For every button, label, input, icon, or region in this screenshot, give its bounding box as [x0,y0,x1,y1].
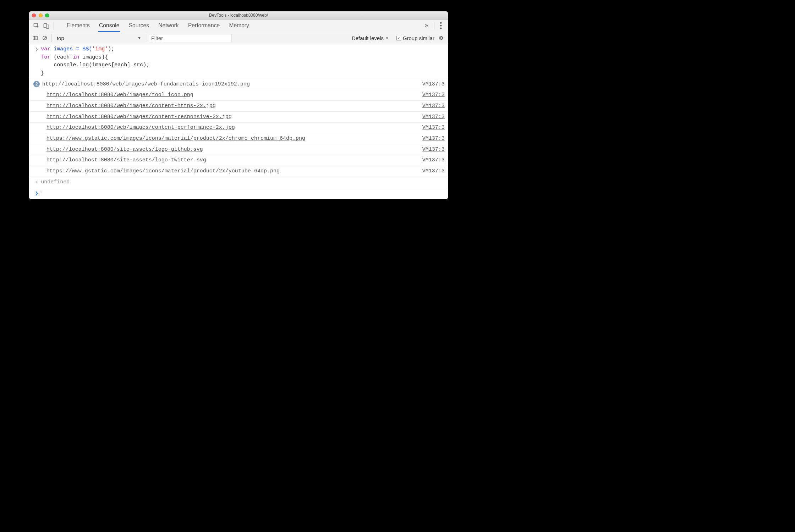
console-input[interactable] [41,190,445,198]
tab-memory[interactable]: Memory [228,20,250,32]
code-block: var images = $$('img'); for (each in ima… [41,45,445,77]
log-gutter [32,102,41,102]
separator [51,34,51,42]
svg-point-4 [440,25,442,27]
separator [146,34,146,42]
tab-sources[interactable]: Sources [128,20,150,32]
log-gutter [32,156,41,157]
log-gutter [32,124,41,124]
zoom-button[interactable] [45,13,49,17]
tabs: Elements Console Sources Network Perform… [66,20,250,32]
settings-gear-icon[interactable] [437,35,445,40]
input-prompt-icon: ❯ [32,45,41,54]
tab-console[interactable]: Console [98,20,120,32]
separator [54,22,54,30]
console-log-row: http://localhost:8080/web/images/tool_ic… [29,90,448,101]
console-log-row: http://localhost:8080/web/images/content… [29,101,448,112]
context-select-value: top [57,35,64,41]
source-link[interactable]: VM137:3 [422,124,445,132]
log-levels-select[interactable]: Default levels ▼ [352,35,389,41]
console-log-row: http://localhost:8080/site-assets/logo-t… [29,155,448,166]
source-link[interactable]: VM137:3 [422,113,445,121]
window-controls [32,13,49,17]
tabs-overflow-button[interactable]: » [424,20,429,32]
devtools-window: DevTools - localhost:8080/web/ Elements … [29,11,448,199]
checkbox-icon: ✓ [396,36,401,40]
log-url-link[interactable]: http://localhost:8080/web/images/web-fun… [42,81,250,87]
source-link[interactable]: VM137:3 [422,167,445,176]
inspect-element-icon[interactable] [32,20,42,32]
repeat-count-badge: 2 [33,81,40,87]
log-url-link[interactable]: http://localhost:8080/site-assets/logo-t… [46,157,206,163]
separator [434,22,434,29]
minimize-button[interactable] [39,13,43,17]
log-levels-label: Default levels [352,35,384,41]
log-url-link[interactable]: http://localhost:8080/web/images/content… [46,124,235,131]
source-link[interactable]: VM137:3 [422,146,445,154]
console-sidebar-toggle-icon[interactable] [32,35,39,40]
console-log-row: http://localhost:8080/web/images/content… [29,123,448,134]
source-link[interactable]: VM137:3 [422,91,445,99]
kebab-menu-icon[interactable] [436,20,445,32]
chevron-down-icon: ▼ [385,36,389,40]
log-gutter [32,91,41,92]
chevron-down-icon: ▼ [137,36,141,40]
source-link[interactable]: VM137:3 [422,102,445,110]
device-toggle-icon[interactable] [41,20,51,32]
output-prompt-icon: < [32,178,41,187]
clear-console-icon[interactable] [41,35,48,40]
log-url-link[interactable]: https://www.gstatic.com/images/icons/mat… [46,135,305,142]
console-output: ❯ var images = $$('img'); for (each in i… [29,44,448,199]
context-select[interactable]: top ▼ [54,34,143,42]
group-similar-label: Group similar [403,35,434,41]
tab-network[interactable]: Network [158,20,180,32]
log-url-link[interactable]: http://localhost:8080/web/images/content… [46,114,232,120]
input-prompt-icon: ❯ [32,190,41,198]
log-url-link[interactable]: http://localhost:8080/web/images/tool_ic… [46,92,193,98]
log-gutter: 2 [32,81,41,87]
console-log-row: https://www.gstatic.com/images/icons/mat… [29,133,448,144]
console-log-row: http://localhost:8080/site-assets/logo-g… [29,144,448,155]
log-url-link[interactable]: http://localhost:8080/site-assets/logo-g… [46,146,203,153]
console-result: < undefined [29,177,448,188]
console-log-row: 2 http://localhost:8080/web/images/web-f… [29,79,448,90]
source-link[interactable]: VM137:3 [422,81,445,89]
window-title: DevTools - localhost:8080/web/ [29,13,448,18]
log-gutter [32,146,41,146]
filter-input[interactable] [149,34,232,42]
tabs-bar: Elements Console Sources Network Perform… [29,20,448,32]
svg-rect-2 [46,25,49,29]
group-similar-toggle[interactable]: ✓ Group similar [396,35,434,41]
log-url-link[interactable]: http://localhost:8080/web/images/content… [46,103,216,109]
console-log-row: https://www.gstatic.com/images/icons/mat… [29,166,448,177]
svg-line-9 [44,37,46,39]
svg-point-3 [440,22,442,24]
tab-performance[interactable]: Performance [187,20,220,32]
console-live-prompt[interactable]: ❯ [29,188,448,199]
undefined-result: undefined [41,178,445,187]
svg-point-5 [440,28,442,29]
titlebar: DevTools - localhost:8080/web/ [29,11,448,20]
console-input-history: ❯ var images = $$('img'); for (each in i… [29,44,448,79]
source-link[interactable]: VM137:3 [422,156,445,165]
source-link[interactable]: VM137:3 [422,135,445,143]
log-gutter [32,167,41,168]
console-log-row: http://localhost:8080/web/images/content… [29,112,448,123]
close-button[interactable] [32,13,36,17]
svg-rect-6 [33,37,37,40]
log-gutter [32,113,41,113]
log-url-link[interactable]: https://www.gstatic.com/images/icons/mat… [46,168,280,174]
console-toolbar: top ▼ Default levels ▼ ✓ Group similar [29,32,448,44]
tab-elements[interactable]: Elements [66,20,91,32]
log-gutter [32,135,41,135]
